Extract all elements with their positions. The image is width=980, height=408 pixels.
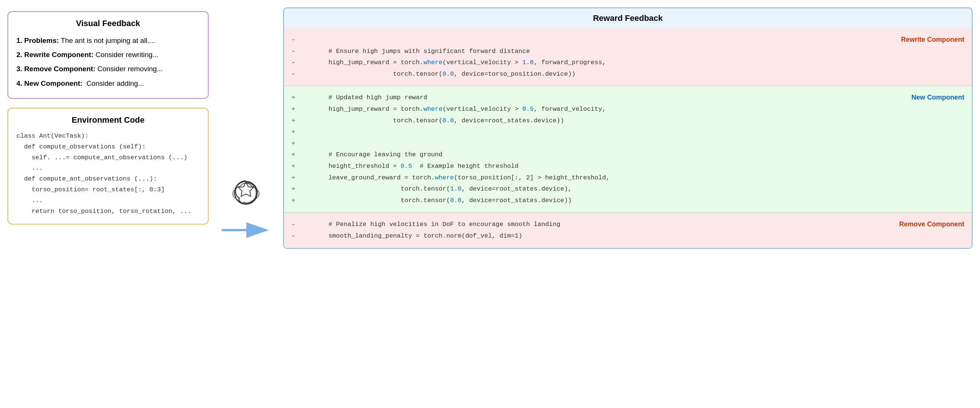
line-prefix: + bbox=[291, 161, 298, 172]
code-line: + torch.tensor(0.0, device=root_states.d… bbox=[291, 195, 964, 207]
new-section: New Component + # Updated high jump rewa… bbox=[284, 86, 972, 212]
item-bold: 3. Remove Component: bbox=[16, 65, 95, 73]
remove-label: Remove Component bbox=[899, 218, 964, 230]
list-item: 1. Problems: The ant is not jumping at a… bbox=[16, 34, 200, 47]
item-bold: 1. Problems: bbox=[16, 37, 59, 45]
feedback-list: 1. Problems: The ant is not jumping at a… bbox=[16, 34, 200, 90]
line-prefix: - bbox=[291, 69, 298, 80]
openai-icon bbox=[231, 178, 261, 208]
line-code: # Ensure high jumps with significant for… bbox=[302, 46, 530, 57]
line-code: height_threshold = 0.5 # Example height … bbox=[302, 161, 519, 172]
line-code: torch.tensor(1.0, device=root_states.dev… bbox=[302, 183, 572, 195]
line-prefix: - bbox=[291, 46, 298, 57]
remove-section: Remove Component - # Penalize high veloc… bbox=[284, 213, 972, 248]
line-code: torch.tensor(0.0, device=root_states.dev… bbox=[302, 195, 572, 207]
env-code-content: class Ant(VecTask): def compute_observat… bbox=[16, 131, 200, 217]
visual-feedback-title: Visual Feedback bbox=[16, 19, 200, 28]
rewrite-section: Rewrite Component - - # Ensure high jump… bbox=[284, 28, 972, 86]
line-code: high_jump_reward = torch.where(vertical_… bbox=[302, 104, 606, 115]
env-code-box: Environment Code class Ant(VecTask): def… bbox=[8, 108, 209, 225]
line-prefix: + bbox=[291, 149, 298, 161]
arrow-icon bbox=[220, 219, 272, 241]
item-bold: 4. New Component: bbox=[16, 80, 82, 87]
code-line: + bbox=[291, 126, 964, 138]
line-prefix: + bbox=[291, 138, 298, 150]
line-prefix: + bbox=[291, 92, 298, 104]
code-line: + leave_ground_reward = torch.where(tors… bbox=[291, 172, 964, 184]
code-line: - # Penalize high velocities in DoF to e… bbox=[291, 219, 964, 231]
left-panel: Visual Feedback 1. Problems: The ant is … bbox=[8, 8, 209, 400]
line-prefix: - bbox=[291, 34, 298, 46]
line-prefix: + bbox=[291, 115, 298, 127]
visual-feedback-box: Visual Feedback 1. Problems: The ant is … bbox=[8, 11, 209, 99]
env-code-title: Environment Code bbox=[16, 115, 200, 125]
line-prefix: - bbox=[291, 57, 298, 69]
line-code: # Updated high jump reward bbox=[302, 92, 427, 104]
code-line: - smooth_landing_penalty = torch.norm(do… bbox=[291, 231, 964, 242]
code-line: + # Updated high jump reward bbox=[291, 92, 964, 104]
code-line: + # Encourage leaving the ground bbox=[291, 149, 964, 161]
new-component-label: New Component bbox=[912, 91, 964, 103]
list-item: 4. New Component: Consider adding... bbox=[16, 77, 200, 90]
list-item: 3. Remove Component: Consider removing..… bbox=[16, 63, 200, 75]
line-prefix: + bbox=[291, 126, 298, 138]
code-line: + high_jump_reward = torch.where(vertica… bbox=[291, 104, 964, 115]
line-code: torch.tensor(0.0, device=root_states.dev… bbox=[302, 115, 564, 127]
line-code: # Penalize high velocities in DoF to enc… bbox=[302, 219, 560, 231]
right-panel: Reward Feedback Rewrite Component - - # … bbox=[283, 8, 972, 400]
line-prefix: - bbox=[291, 231, 298, 242]
line-code: leave_ground_reward = torch.where(torso_… bbox=[302, 172, 609, 184]
line-prefix: + bbox=[291, 104, 298, 115]
code-line: + height_threshold = 0.5 # Example heigh… bbox=[291, 161, 964, 172]
middle-area bbox=[216, 8, 276, 400]
item-bold: 2. Rewrite Component: bbox=[16, 51, 94, 59]
code-line: - torch.tensor(0.0, device=torso_positio… bbox=[291, 69, 964, 80]
code-line: + torch.tensor(1.0, device=root_states.d… bbox=[291, 183, 964, 195]
arrow-container bbox=[220, 219, 272, 241]
reward-feedback-header: Reward Feedback bbox=[283, 8, 972, 28]
code-line: - # Ensure high jumps with significant f… bbox=[291, 46, 964, 57]
rewrite-label: Rewrite Component bbox=[901, 33, 964, 46]
code-line: + bbox=[291, 138, 964, 150]
line-code: # Encourage leaving the ground bbox=[302, 149, 442, 161]
line-code: torch.tensor(0.0, device=torso_position.… bbox=[302, 69, 576, 80]
code-line: - bbox=[291, 34, 964, 46]
reward-sections: Rewrite Component - - # Ensure high jump… bbox=[283, 28, 972, 249]
line-prefix: + bbox=[291, 172, 298, 184]
list-item: 2. Rewrite Component: Consider rewriting… bbox=[16, 48, 200, 61]
code-line: + torch.tensor(0.0, device=root_states.d… bbox=[291, 115, 964, 127]
line-code: smooth_landing_penalty = torch.norm(dof_… bbox=[302, 231, 522, 242]
code-line: - high_jump_reward = torch.where(vertica… bbox=[291, 57, 964, 69]
line-code: high_jump_reward = torch.where(vertical_… bbox=[302, 57, 606, 69]
line-prefix: + bbox=[291, 183, 298, 195]
line-prefix: - bbox=[291, 219, 298, 231]
line-prefix: + bbox=[291, 195, 298, 207]
